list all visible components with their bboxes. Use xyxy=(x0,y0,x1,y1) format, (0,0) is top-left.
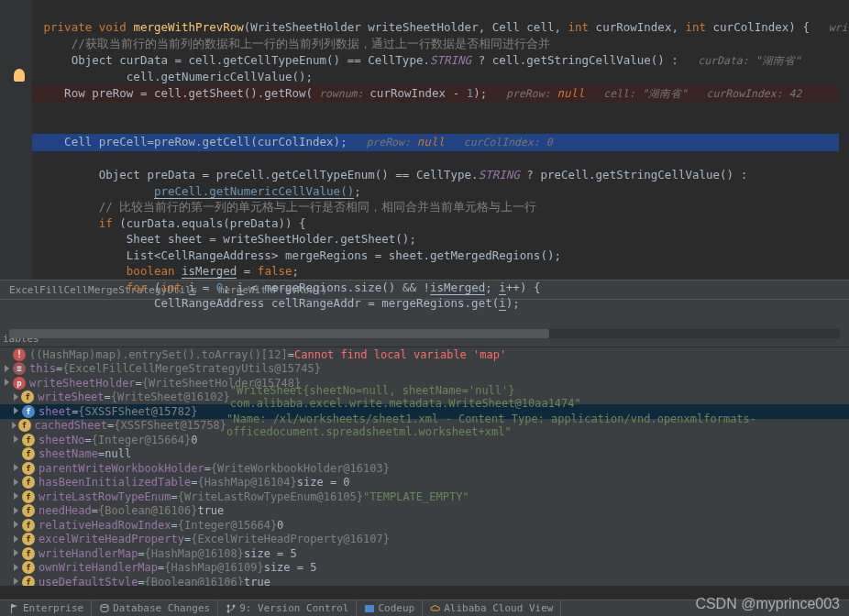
code-line: private void mergeWithPrevRow(WriteSheet… xyxy=(37,20,849,34)
status-enterprise[interactable]: Enterprise xyxy=(2,600,92,616)
expand-icon[interactable] xyxy=(12,492,20,500)
status-aliyun[interactable]: Alibaba Cloud View xyxy=(423,600,561,616)
horizontal-scrollbar[interactable] xyxy=(9,329,840,338)
variable-row[interactable]: fownWriteHandlerMap = {HashMap@16109} si… xyxy=(0,561,849,576)
status-codeup[interactable]: Codeup xyxy=(357,600,423,616)
expand-icon[interactable] xyxy=(12,478,20,487)
badge-icon: f xyxy=(22,490,35,503)
svg-point-1 xyxy=(101,604,108,607)
variable-row[interactable]: frelativeHeadRowIndex = {Integer@15664} … xyxy=(0,518,849,533)
variable-row[interactable]: fsheetName = null xyxy=(0,447,849,462)
badge-icon: f xyxy=(22,547,35,560)
code-line: cell.getNumericCellValue(); xyxy=(37,70,313,83)
badge-icon: f xyxy=(22,405,35,418)
badge-icon: f xyxy=(22,519,35,532)
code-line: //获取当前行的当前列的数据和上一行的当前列列数据，通过上一行数据是否相同进行合… xyxy=(37,37,550,50)
expand-icon[interactable] xyxy=(3,365,11,373)
expand-icon[interactable] xyxy=(12,464,20,472)
badge-icon: f xyxy=(22,504,35,517)
expand-icon[interactable] xyxy=(12,535,20,544)
badge-icon: f xyxy=(18,419,31,432)
badge-icon: f xyxy=(22,447,35,460)
code-line: List<CellRangeAddress> mergeRegions = sh… xyxy=(37,248,561,262)
code-line: for (int i = 0; i < mergeRegions.size() … xyxy=(37,280,540,295)
badge-icon: ! xyxy=(13,348,26,361)
expand-icon[interactable] xyxy=(12,578,20,586)
variable-row[interactable]: ≡this = {ExcelFillCellMergeStrategyUtils… xyxy=(0,362,849,377)
svg-rect-0 xyxy=(11,604,12,613)
variable-row[interactable]: fhasBeenInitializedTable = {HashMap@1610… xyxy=(0,476,849,490)
badge-icon: ≡ xyxy=(13,362,26,375)
badge-icon: f xyxy=(22,576,35,586)
code-line: Object preData = preCell.getCellTypeEnum… xyxy=(37,168,747,182)
code-line: Sheet sheet = writeSheetHolder.getSheet(… xyxy=(37,232,416,246)
badge-icon: f xyxy=(22,434,35,446)
code-editor[interactable]: private void mergeWithPrevRow(WriteSheet… xyxy=(0,0,849,280)
expand-icon[interactable] xyxy=(12,435,20,444)
expand-icon[interactable] xyxy=(12,521,20,529)
expand-icon[interactable] xyxy=(3,379,11,387)
editor-gutter xyxy=(0,0,32,280)
lightbulb-icon[interactable] xyxy=(14,69,25,82)
expand-icon[interactable] xyxy=(10,422,17,430)
badge-icon: f xyxy=(22,476,35,489)
code-line: CellRangeAddress cellRangeAddr = mergeRe… xyxy=(37,296,520,311)
branch-icon xyxy=(226,603,237,614)
badge-icon: f xyxy=(22,561,35,574)
expand-icon[interactable] xyxy=(12,549,20,557)
badge-icon: p xyxy=(13,377,26,390)
code-line-current: Cell preCell=preRow.getCell(curColIndex)… xyxy=(32,134,839,151)
code-line: // 比较当前行的第一列的单元格与上一行是否相同，相同合并当前单元格与上一行 xyxy=(37,200,536,214)
expand-icon[interactable] xyxy=(12,507,20,515)
code-line xyxy=(37,119,44,133)
svg-rect-5 xyxy=(365,605,374,612)
code-area[interactable]: private void mergeWithPrevRow(WriteSheet… xyxy=(0,0,849,327)
code-line: if (curData.equals(preData)) { xyxy=(37,216,306,230)
expand-icon[interactable] xyxy=(12,407,20,415)
database-icon xyxy=(99,603,110,614)
variable-row[interactable]: fneedHead = {Boolean@16106} true xyxy=(0,504,849,519)
badge-icon: f xyxy=(22,462,35,475)
variable-row[interactable]: fwriteSheet = {WriteSheet@16102} "WriteS… xyxy=(0,390,849,405)
variable-row[interactable]: fuseDefaultStyle = {Boolean@16106} true xyxy=(0,575,849,586)
code-line-error: Row preRow = cell.getSheet().getRow( row… xyxy=(32,85,839,103)
variable-row[interactable]: fexcelWriteHeadProperty = {ExcelWriteHea… xyxy=(0,533,849,547)
cloud-icon xyxy=(430,603,441,614)
variables-panel[interactable]: !((HashMap)map).entrySet().toArray()[12]… xyxy=(0,347,849,586)
status-db[interactable]: Database Changes xyxy=(92,600,218,616)
code-line: preCell.getNumericCellValue(); xyxy=(37,184,361,199)
badge-icon: f xyxy=(21,390,34,403)
variable-row[interactable]: fwriteLastRowTypeEnum = {WriteLastRowTyp… xyxy=(0,490,849,504)
variable-row[interactable]: fparentWriteWorkbookHolder = {WriteWorkb… xyxy=(0,461,849,476)
scrollbar-thumb[interactable] xyxy=(9,329,549,338)
status-bar: Enterprise Database Changes 9: Version C… xyxy=(0,600,849,616)
variable-row[interactable]: !((HashMap)map).entrySet().toArray()[12]… xyxy=(0,347,849,362)
code-line: Object curData = cell.getCellTypeEnum() … xyxy=(37,53,800,67)
code-line: boolean isMerged = false; xyxy=(37,264,299,279)
codeup-icon xyxy=(364,603,375,614)
status-version-control[interactable]: 9: Version Control xyxy=(218,600,357,616)
expand-icon[interactable] xyxy=(12,564,20,572)
variable-row[interactable]: fcachedSheet = {XSSFSheet@15758} "Name: … xyxy=(0,419,849,434)
variable-row[interactable]: fwriteHandlerMap = {HashMap@16108} size … xyxy=(0,546,849,561)
badge-icon: f xyxy=(22,533,35,545)
flag-icon xyxy=(9,603,20,614)
expand-icon[interactable] xyxy=(12,393,20,402)
